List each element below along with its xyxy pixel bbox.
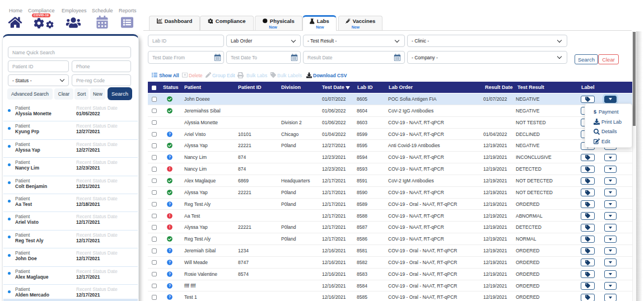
svg-text:?: ?	[169, 272, 171, 276]
svg-text:?: ?	[169, 295, 171, 299]
svg-text:?: ?	[169, 202, 171, 206]
svg-text:?: ?	[169, 156, 171, 159]
svg-text:?: ?	[169, 260, 171, 264]
svg-text:?: ?	[169, 132, 171, 136]
svg-text:!: !	[169, 167, 170, 171]
svg-text:!: !	[169, 225, 170, 229]
svg-text:?: ?	[169, 284, 171, 288]
svg-text:!: !	[169, 214, 170, 218]
svg-text:?: ?	[169, 248, 171, 252]
